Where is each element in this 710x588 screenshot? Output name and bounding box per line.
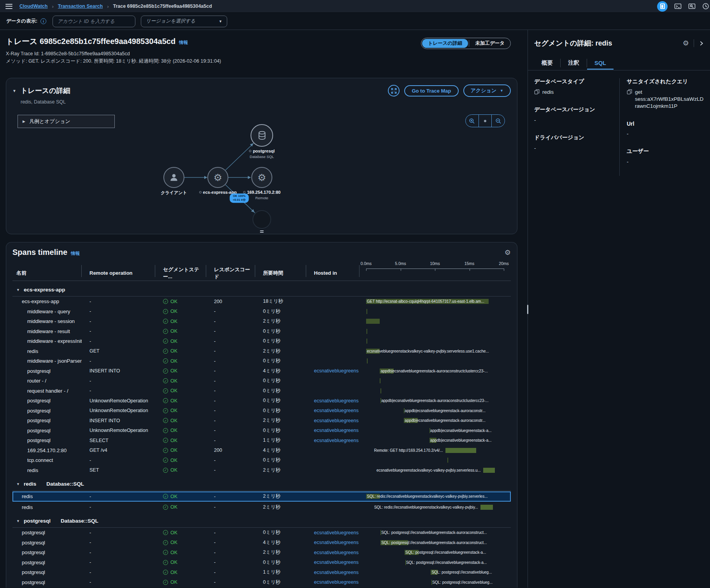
map-node-ecs-express-app[interactable]: ⚙ecs-express-app	[207, 167, 228, 188]
menu-icon[interactable]	[5, 4, 12, 9]
column-header-3[interactable]: レスポンスコード	[206, 260, 255, 281]
caret-down-icon[interactable]: ▼	[16, 288, 20, 292]
hosted-in-link[interactable]: ecsnativebluegreens	[314, 418, 359, 423]
field-label: ユーザー	[627, 148, 705, 155]
table-row[interactable]: postgresqlUnknownRemoteOperation✓OK-0ミリ秒…	[12, 406, 511, 416]
table-row[interactable]: redis-✓OK-2ミリ秒SQL: redis://ecsnativeblue…	[12, 491, 511, 502]
copy-icon[interactable]	[534, 89, 540, 95]
timeline-cell: appdb|ecsnativebluegreenstack-a...	[359, 426, 511, 436]
table-row[interactable]: postgresql-✓OK-0ミリ秒ecsnativebluegreensSQ…	[12, 558, 511, 568]
hosted-in-link[interactable]: ecsnativebluegreens	[314, 579, 359, 585]
table-row[interactable]: redis-✓OK-2ミリ秒SQL: redis://ecsnativeblue…	[12, 502, 511, 513]
span-name: tcp.connect	[12, 455, 82, 465]
hosted-in-link[interactable]: ecsnativebluegreens	[314, 428, 359, 433]
tab-overview[interactable]: 概要	[534, 56, 560, 70]
response-code: -	[206, 386, 255, 396]
table-row[interactable]: postgresql-✓OK-4ミリ秒ecsnativebluegreensSQ…	[12, 538, 511, 548]
duration: 2ミリ秒	[255, 465, 306, 476]
tab-annotations[interactable]: 注釈	[561, 56, 587, 70]
table-row[interactable]: postgresqlUnknownRemoteOperation✓OK-0ミリ秒…	[12, 396, 511, 406]
copy-icon[interactable]	[627, 89, 632, 95]
map-node-redis[interactable]	[252, 210, 271, 229]
edge-status-badge[interactable]: OK 100% <0.01 t/分	[230, 193, 249, 203]
hosted-in-link[interactable]: ecsnativebluegreens	[314, 408, 359, 413]
side-panel-icon[interactable]	[657, 1, 668, 12]
map-node-client[interactable]: クライアント	[163, 167, 184, 188]
table-row[interactable]: ecs-express-app-✓OK20018ミリ秒GET http://ec…	[12, 297, 511, 307]
spans-info-link[interactable]: 情報	[71, 251, 80, 256]
duration: 0ミリ秒	[255, 386, 306, 396]
breadcrumb-item[interactable]: CloudWatch	[19, 4, 47, 9]
table-row[interactable]: postgresql-✓OK-0ミリ秒ecsnativebluegreensSQ…	[12, 528, 511, 538]
span-group-header[interactable]: ▼ecs-express-app	[12, 283, 511, 297]
check-circle-icon: ✓	[163, 570, 168, 575]
table-row[interactable]: middleware - jsonParser-✓OK-0ミリ秒	[12, 356, 511, 366]
table-row[interactable]: middleware - result-✓OK-0ミリ秒	[12, 326, 511, 337]
toggle-raw-data[interactable]: 未加工データ	[469, 39, 510, 48]
span-name: router - /	[12, 376, 82, 386]
axis-tick-label: 10ms	[430, 261, 440, 266]
tab-sql[interactable]: SQL	[587, 56, 614, 70]
map-node-remote[interactable]: ⚙169.254.170.2:80Remote	[251, 167, 272, 188]
hosted-in-link[interactable]: ecsnativebluegreens	[314, 550, 359, 555]
breadcrumb-item[interactable]: Transaction Search	[58, 4, 103, 9]
panel-collapse-chevron-icon[interactable]	[699, 41, 704, 46]
hosted-in-link[interactable]: ecsnativebluegreens	[314, 438, 359, 443]
hosted-in-link[interactable]: ecsnativebluegreens	[314, 530, 359, 535]
table-row[interactable]: postgresql-✓OK-1ミリ秒ecsnativebluegreensSQ…	[12, 567, 511, 577]
span-group-header[interactable]: ▼postgresqlDatabase::SQL	[12, 514, 511, 528]
table-row[interactable]: redisGET✓OK-2ミリ秒ecsnativebluegreenstackv…	[12, 346, 511, 356]
remote-operation: -	[82, 567, 155, 577]
table-row[interactable]: middleware - query-✓OK-0ミリ秒	[12, 307, 511, 317]
table-row[interactable]: postgresql-✓OK-0ミリ秒ecsnativebluegreensSQ…	[12, 577, 511, 588]
table-row[interactable]: router - /-✓OK-0ミリ秒	[12, 376, 511, 386]
table-row[interactable]: redisSET✓OK-2ミリ秒ecsnativebluegreenstackv…	[12, 465, 511, 476]
hosted-in-link[interactable]: ecsnativebluegreens	[314, 398, 359, 404]
clock-icon[interactable]	[702, 3, 707, 10]
table-row[interactable]: postgresqlINSERT INTO✓OK-2ミリ秒ecsnativebl…	[12, 416, 511, 426]
main-column: トレース 6985c2e85b1c75ffee9aa4985304a5cd 情報…	[0, 30, 528, 588]
table-row[interactable]: request handler - /-✓OK-0ミリ秒	[12, 386, 511, 396]
hosted-in-link[interactable]: ecsnativebluegreens	[314, 570, 359, 575]
segment-settings-gear-icon[interactable]: ⚙	[683, 40, 689, 47]
column-header-4[interactable]: 所要時間	[255, 260, 306, 281]
account-id-input[interactable]	[53, 16, 135, 27]
table-row[interactable]: postgresqlSELECT✓OK-1ミリ秒ecsnativebluegre…	[12, 435, 511, 446]
span-label: SQL: redis://ecsnativebluegreenstackvalk…	[366, 491, 488, 502]
panel-resize-handle[interactable]	[260, 230, 263, 233]
cloudshell-icon[interactable]	[674, 3, 682, 10]
table-row[interactable]: 169.254.170.2:80GET /v4✓OK2004ミリ秒Remote:…	[12, 446, 511, 456]
segment-status: ✓OK	[155, 567, 206, 577]
column-header-0[interactable]: 名前	[12, 260, 82, 281]
table-row[interactable]: middleware - expressInit-✓OK-0ミリ秒	[12, 336, 511, 346]
info-icon[interactable]: i	[40, 18, 46, 24]
span-group-header[interactable]: ▼redisDatabase::SQL	[12, 477, 511, 491]
table-row[interactable]: middleware - session-✓OK-2ミリ秒	[12, 316, 511, 326]
toggle-trace-detail[interactable]: トレースの詳細	[422, 39, 468, 48]
trace-info-link[interactable]: 情報	[179, 40, 188, 46]
table-row[interactable]: tcp.connect-✓OK-0ミリ秒	[12, 455, 511, 465]
region-select[interactable]: リージョンを選択する ▼	[141, 16, 227, 27]
breadcrumb-separator-icon: ›	[107, 4, 109, 9]
column-header-1[interactable]: Remote operation	[82, 260, 155, 281]
tools-icon[interactable]	[688, 3, 696, 10]
table-row[interactable]: postgresqlUnknownRemoteOperation✓OK-0ミリ秒…	[12, 426, 511, 436]
table-row[interactable]: postgresqlINSERT INTO✓OK-4ミリ秒ecsnativebl…	[12, 366, 511, 376]
table-row[interactable]: postgresql-✓OK-2ミリ秒ecsnativebluegreensSQ…	[12, 548, 511, 558]
check-circle-icon: ✓	[163, 378, 168, 383]
panel-divider-handle[interactable]	[527, 305, 528, 314]
user-icon	[169, 172, 179, 183]
field-value: -	[534, 117, 615, 124]
hosted-in-link[interactable]: ecsnativebluegreens	[314, 540, 359, 545]
column-header-5[interactable]: Hosted in	[306, 260, 359, 281]
hosted-in-link[interactable]: ecsnativebluegreens	[314, 368, 359, 374]
caret-down-icon[interactable]: ▼	[16, 519, 20, 523]
hosted-in-link[interactable]: ecsnativebluegreens	[314, 560, 359, 565]
span-duration-bar	[366, 319, 380, 324]
map-node-postgresql[interactable]: postgresqlDatabase SQL	[251, 124, 273, 147]
caret-down-icon[interactable]: ▼	[16, 482, 20, 486]
remote-operation: INSERT INTO	[82, 366, 155, 376]
spans-settings-gear-icon[interactable]: ⚙	[505, 249, 511, 256]
duration: 0ミリ秒	[255, 307, 306, 317]
column-header-2[interactable]: セグメントステー...	[155, 260, 206, 281]
